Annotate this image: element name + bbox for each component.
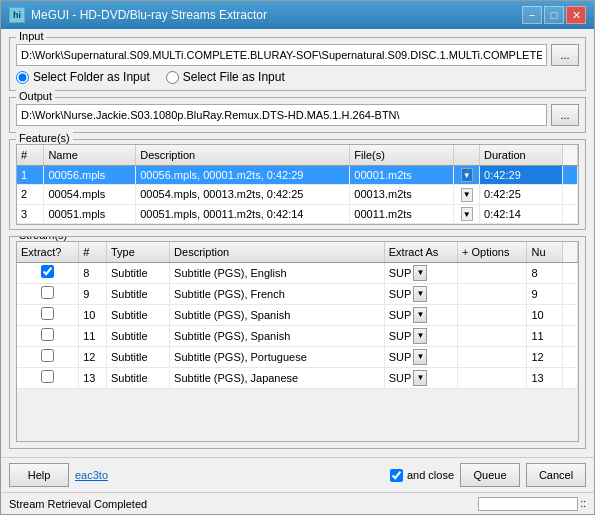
stream-col-num: #	[79, 242, 107, 262]
stream-extract-checkbox[interactable]	[41, 307, 54, 320]
feat-scroll-header	[563, 145, 578, 165]
stream-desc: Subtitle (PGS), Spanish	[170, 325, 385, 346]
stream-type: Subtitle	[106, 262, 169, 283]
table-row[interactable]: 13 Subtitle Subtitle (PGS), Japanese SUP…	[17, 367, 578, 388]
stream-opts	[458, 262, 527, 283]
radio-file-input[interactable]	[166, 71, 179, 84]
stream-as-value: SUP	[389, 351, 412, 363]
status-text: Stream Retrieval Completed	[9, 498, 147, 510]
stream-scroll	[562, 283, 577, 304]
feat-name: 00054.mpls	[44, 185, 136, 205]
table-row[interactable]: 12 Subtitle Subtitle (PGS), Portuguese S…	[17, 346, 578, 367]
stream-as-dropdown[interactable]: ▼	[413, 370, 427, 386]
app-icon: hi	[9, 7, 25, 23]
stream-scroll	[562, 346, 577, 367]
feat-col-name: Name	[44, 145, 136, 165]
stream-as-cell: SUP ▼	[384, 304, 457, 325]
stream-col-type: Type	[106, 242, 169, 262]
stream-extract-checkbox[interactable]	[41, 265, 54, 278]
stream-as-dropdown[interactable]: ▼	[413, 307, 427, 323]
output-group: Output ...	[9, 97, 586, 133]
output-browse-button[interactable]: ...	[551, 104, 579, 126]
output-path-field[interactable]	[16, 104, 547, 126]
stream-extract-checkbox[interactable]	[41, 370, 54, 383]
stream-opts	[458, 283, 527, 304]
title-bar-left: hi MeGUI - HD-DVD/Blu-ray Streams Extrac…	[9, 7, 267, 23]
stream-as-value: SUP	[389, 309, 412, 321]
feat-arrow[interactable]: ▼	[454, 165, 480, 185]
input-path-field[interactable]	[16, 44, 547, 66]
stream-desc: Subtitle (PGS), Spanish	[170, 304, 385, 325]
stream-as-dropdown[interactable]: ▼	[413, 265, 427, 281]
stream-nu: 11	[527, 325, 562, 346]
radio-folder-label[interactable]: Select Folder as Input	[16, 70, 150, 84]
stream-nu: 9	[527, 283, 562, 304]
stream-num: 8	[79, 262, 107, 283]
stream-desc: Subtitle (PGS), Portuguese	[170, 346, 385, 367]
feat-name: 00051.mpls	[44, 204, 136, 224]
stream-extract-cell	[17, 262, 79, 283]
table-row[interactable]: 2 00054.mpls 00054.mpls, 00013.m2ts, 0:4…	[17, 185, 578, 205]
streams-group: Stream(s) Extract? # Type Description Ex…	[9, 236, 586, 449]
feat-files: 00013.m2ts	[350, 185, 454, 205]
stream-extract-cell	[17, 367, 79, 388]
radio-file-label[interactable]: Select File as Input	[166, 70, 285, 84]
table-row[interactable]: 1 00056.mpls 00056.mpls, 00001.m2ts, 0:4…	[17, 165, 578, 185]
status-dots: ::	[580, 498, 586, 509]
and-close-checkbox[interactable]	[390, 469, 403, 482]
feat-desc: 00054.mpls, 00013.m2ts, 0:42:25	[136, 185, 350, 205]
table-row[interactable]: 10 Subtitle Subtitle (PGS), Spanish SUP …	[17, 304, 578, 325]
feat-arrow[interactable]: ▼	[454, 185, 480, 205]
main-window: hi MeGUI - HD-DVD/Blu-ray Streams Extrac…	[0, 0, 595, 515]
table-row[interactable]: 8 Subtitle Subtitle (PGS), English SUP ▼…	[17, 262, 578, 283]
feat-arrow[interactable]: ▼	[454, 204, 480, 224]
stream-col-opts: + Options	[458, 242, 527, 262]
stream-as-cell: SUP ▼	[384, 325, 457, 346]
cancel-button[interactable]: Cancel	[526, 463, 586, 487]
radio-folder-input[interactable]	[16, 71, 29, 84]
queue-button[interactable]: Queue	[460, 463, 520, 487]
stream-extract-cell	[17, 304, 79, 325]
stream-col-extract: Extract?	[17, 242, 79, 262]
input-radio-row: Select Folder as Input Select File as In…	[16, 70, 579, 84]
stream-extract-checkbox[interactable]	[41, 328, 54, 341]
window-title: MeGUI - HD-DVD/Blu-ray Streams Extractor	[31, 8, 267, 22]
stream-as-dropdown[interactable]: ▼	[413, 286, 427, 302]
stream-nu: 13	[527, 367, 562, 388]
table-row[interactable]: 3 00051.mpls 00051.mpls, 00011.m2ts, 0:4…	[17, 204, 578, 224]
stream-as-cell: SUP ▼	[384, 262, 457, 283]
output-group-label: Output	[16, 90, 55, 102]
title-bar: hi MeGUI - HD-DVD/Blu-ray Streams Extrac…	[1, 1, 594, 29]
stream-type: Subtitle	[106, 346, 169, 367]
maximize-button[interactable]: □	[544, 6, 564, 24]
feat-col-desc: Description	[136, 145, 350, 165]
stream-as-value: SUP	[389, 372, 412, 384]
stream-as-value: SUP	[389, 288, 412, 300]
stream-extract-checkbox[interactable]	[41, 286, 54, 299]
input-browse-button[interactable]: ...	[551, 44, 579, 66]
stream-extract-checkbox[interactable]	[41, 349, 54, 362]
stream-as-dropdown[interactable]: ▼	[413, 328, 427, 344]
stream-scroll	[562, 325, 577, 346]
stream-col-as: Extract As	[384, 242, 457, 262]
feat-name: 00056.mpls	[44, 165, 136, 185]
table-row[interactable]: 11 Subtitle Subtitle (PGS), Spanish SUP …	[17, 325, 578, 346]
eac3to-link[interactable]: eac3to	[75, 469, 108, 481]
streams-table: Extract? # Type Description Extract As +…	[17, 242, 578, 389]
stream-extract-cell	[17, 283, 79, 304]
stream-extract-cell	[17, 346, 79, 367]
stream-as-dropdown[interactable]: ▼	[413, 349, 427, 365]
minimize-button[interactable]: −	[522, 6, 542, 24]
help-button[interactable]: Help	[9, 463, 69, 487]
feat-duration: 0:42:25	[480, 185, 563, 205]
close-button[interactable]: ✕	[566, 6, 586, 24]
status-progress-bar	[478, 497, 578, 511]
stream-type: Subtitle	[106, 304, 169, 325]
stream-num: 9	[79, 283, 107, 304]
and-close-label[interactable]: and close	[390, 469, 454, 482]
table-row[interactable]: 9 Subtitle Subtitle (PGS), French SUP ▼ …	[17, 283, 578, 304]
features-table: # Name Description File(s) Duration 1 00…	[17, 145, 578, 224]
stream-as-cell: SUP ▼	[384, 346, 457, 367]
stream-scroll	[562, 367, 577, 388]
stream-opts	[458, 304, 527, 325]
